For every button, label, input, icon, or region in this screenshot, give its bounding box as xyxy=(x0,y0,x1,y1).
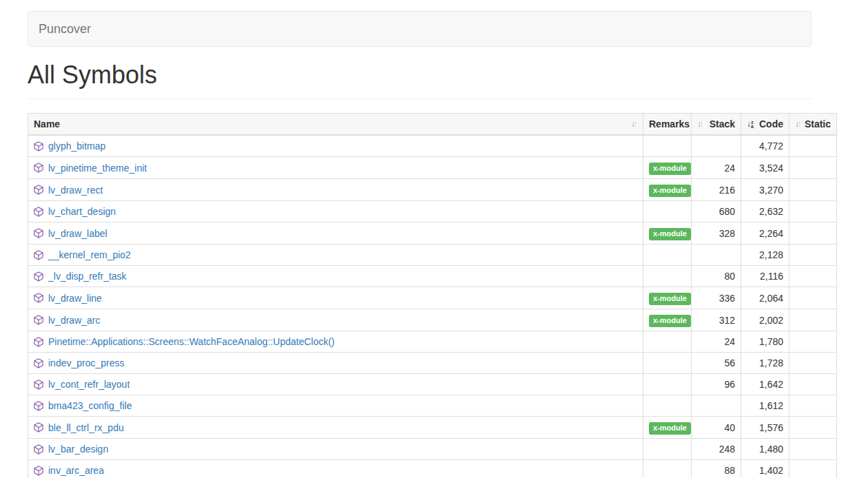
x-module-badge: x-module xyxy=(649,422,691,435)
code-value: 2,264 xyxy=(741,222,789,245)
stack-value: 80 xyxy=(692,266,741,287)
cube-icon xyxy=(34,185,43,195)
remarks-cell xyxy=(643,266,692,287)
code-value: 2,002 xyxy=(741,309,789,331)
symbol-link[interactable]: lv_chart_design xyxy=(48,205,116,218)
symbol-link[interactable]: glyph_bitmap xyxy=(48,139,105,153)
cube-icon xyxy=(34,337,43,347)
table-row: lv_draw_linex-module3362,064 xyxy=(28,287,837,309)
static-value xyxy=(789,309,837,331)
cube-icon xyxy=(34,358,43,368)
symbol-link[interactable]: inv_arc_area xyxy=(48,464,104,477)
column-header-code[interactable]: ↓za Code xyxy=(741,114,789,136)
symbol-link[interactable]: lv_draw_arc xyxy=(48,313,100,327)
symbol-name-cell: indev_proc_press xyxy=(28,353,643,374)
static-value xyxy=(789,353,837,374)
static-value xyxy=(789,245,837,266)
remarks-cell: x-module xyxy=(643,417,692,439)
static-value xyxy=(789,157,837,179)
table-row: lv_pinetime_theme_initx-module243,524 xyxy=(28,157,837,179)
symbol-link[interactable]: lv_draw_rect xyxy=(48,183,103,197)
column-header-name[interactable]: Name ↓↑ xyxy=(28,114,643,136)
stack-value: 216 xyxy=(692,179,741,201)
symbol-name-cell: lv_draw_line xyxy=(28,287,643,309)
page: Puncover All Symbols Name ↓↑ Remarks xyxy=(0,0,868,478)
remarks-cell: x-module xyxy=(643,222,692,245)
sort-icon: ↓↑ xyxy=(697,120,703,128)
column-header-stack[interactable]: ↓↑ Stack xyxy=(692,114,741,136)
table-row: ble_ll_ctrl_rx_pdux-module401,576 xyxy=(28,417,837,439)
column-label-name: Name xyxy=(34,117,60,131)
cube-icon xyxy=(34,380,43,390)
table-row: lv_draw_arcx-module3122,002 xyxy=(28,309,837,331)
symbol-link[interactable]: bma423_config_file xyxy=(48,399,132,413)
table-row: indev_proc_press561,728 xyxy=(28,353,837,374)
symbol-link[interactable]: lv_draw_label xyxy=(48,227,107,240)
static-value xyxy=(789,222,837,245)
navbar: Puncover xyxy=(28,11,812,47)
sort-icon: ↓↑ xyxy=(631,120,637,128)
code-value: 2,116 xyxy=(741,266,789,287)
symbol-link[interactable]: __kernel_rem_pio2 xyxy=(48,248,131,262)
symbols-table: Name ↓↑ Remarks ↓↑ Stack ↓za Cod xyxy=(28,113,837,478)
table-row: Pinetime::Applications::Screens::WatchFa… xyxy=(28,331,837,353)
static-value xyxy=(789,395,837,417)
column-header-remarks: Remarks xyxy=(643,114,692,136)
x-module-badge: x-module xyxy=(649,163,691,175)
symbol-link[interactable]: ble_ll_ctrl_rx_pdu xyxy=(48,421,124,435)
symbol-name-cell: ble_ll_ctrl_rx_pdu xyxy=(28,417,643,439)
table-row: lv_chart_design6802,632 xyxy=(28,201,837,222)
symbol-link[interactable]: lv_bar_design xyxy=(48,442,108,456)
page-header: All Symbols xyxy=(28,61,812,99)
code-value: 1,728 xyxy=(741,353,789,374)
remarks-cell xyxy=(643,135,692,157)
table-row: lv_draw_rectx-module2163,270 xyxy=(28,179,837,201)
symbol-link[interactable]: Pinetime::Applications::Screens::WatchFa… xyxy=(48,335,335,349)
stack-value: 680 xyxy=(692,201,741,222)
symbol-name-cell: lv_pinetime_theme_init xyxy=(28,157,643,179)
cube-icon xyxy=(34,228,43,238)
code-value: 1,402 xyxy=(741,460,789,478)
symbol-link[interactable]: lv_cont_refr_layout xyxy=(48,377,130,391)
table-row: _lv_disp_refr_task802,116 xyxy=(28,266,837,287)
table-row: lv_bar_design2481,480 xyxy=(28,439,837,460)
static-value xyxy=(789,417,837,439)
stack-value: 328 xyxy=(692,222,741,245)
stack-value xyxy=(692,135,741,157)
symbol-name-cell: lv_draw_rect xyxy=(28,179,643,201)
remarks-cell xyxy=(643,460,692,478)
cube-icon xyxy=(34,401,43,411)
code-value: 1,612 xyxy=(741,395,789,417)
symbol-name-cell: inv_arc_area xyxy=(28,460,643,478)
code-value: 3,524 xyxy=(741,157,789,179)
code-value: 3,270 xyxy=(741,179,789,201)
x-module-badge: x-module xyxy=(649,315,691,327)
cube-icon xyxy=(34,293,43,303)
symbol-link[interactable]: _lv_disp_refr_task xyxy=(48,269,127,283)
symbol-name-cell: bma423_config_file xyxy=(28,395,643,417)
navbar-brand[interactable]: Puncover xyxy=(28,12,101,46)
cube-icon xyxy=(34,271,43,282)
symbol-link[interactable]: lv_pinetime_theme_init xyxy=(48,161,147,175)
cube-icon xyxy=(34,444,43,455)
symbol-link[interactable]: indev_proc_press xyxy=(48,356,125,370)
column-label-code: Code xyxy=(759,117,783,131)
column-label-stack: Stack xyxy=(710,117,735,131)
stack-value: 336 xyxy=(692,287,741,309)
remarks-cell: x-module xyxy=(643,309,692,331)
stack-value: 88 xyxy=(692,460,741,478)
remarks-cell: x-module xyxy=(643,287,692,309)
x-module-badge: x-module xyxy=(649,293,691,305)
table-row: inv_arc_area881,402 xyxy=(28,460,837,478)
table-row: glyph_bitmap4,772 xyxy=(28,135,837,157)
cube-icon xyxy=(34,422,43,433)
sort-icon: ↓↑ xyxy=(795,120,801,128)
stack-value: 96 xyxy=(692,374,741,395)
column-header-static[interactable]: ↓↑ Static xyxy=(789,114,837,136)
static-value xyxy=(789,201,837,222)
static-value xyxy=(789,439,837,460)
stack-value: 24 xyxy=(692,157,741,179)
page-title: All Symbols xyxy=(28,61,812,89)
table-row: bma423_config_file1,612 xyxy=(28,395,837,417)
symbol-link[interactable]: lv_draw_line xyxy=(48,291,102,305)
